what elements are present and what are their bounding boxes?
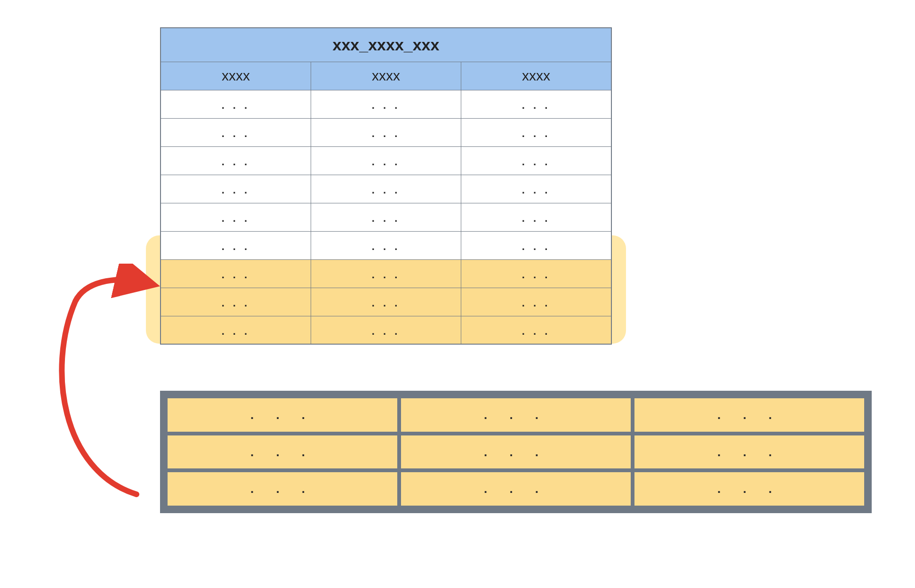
bottom-cell: . . . <box>401 435 631 469</box>
table-cell: . . . <box>161 203 311 231</box>
diagram-canvas: xxx_xxxx_xxx xxxx xxxx xxxx . . . . . . … <box>0 0 915 588</box>
bottom-cell: . . . <box>634 435 864 469</box>
bottom-cell: . . . <box>634 472 864 506</box>
table-body: . . . . . . . . . . . . . . . . . . . . … <box>161 90 611 344</box>
table-row: . . . . . . . . . <box>161 175 611 203</box>
table-cell: . . . <box>311 231 461 259</box>
table-cell: . . . <box>461 90 611 118</box>
bottom-cell: . . . <box>401 472 631 506</box>
table-cell: . . . <box>161 146 311 175</box>
column-header: xxxx <box>311 62 461 90</box>
bottom-row: . . . . . . . . . <box>168 472 864 506</box>
table-cell: . . . <box>161 90 311 118</box>
table-header-row: xxxx xxxx xxxx <box>161 62 611 90</box>
table-row: . . . . . . . . . <box>161 231 611 259</box>
bottom-cell: . . . <box>168 435 397 469</box>
table-row: . . . . . . . . . <box>161 90 611 118</box>
table-cell: . . . <box>161 118 311 146</box>
bottom-row: . . . . . . . . . <box>168 435 864 469</box>
table-cell: . . . <box>461 316 611 344</box>
table-cell: . . . <box>311 118 461 146</box>
table-cell: . . . <box>311 316 461 344</box>
table-cell: . . . <box>311 146 461 175</box>
table-row: . . . . . . . . . <box>161 146 611 175</box>
table-cell: . . . <box>161 316 311 344</box>
table-cell: . . . <box>311 203 461 231</box>
bottom-cell: . . . <box>168 472 397 506</box>
table-cell: . . . <box>461 203 611 231</box>
top-table: xxx_xxxx_xxx xxxx xxxx xxxx . . . . . . … <box>160 27 612 345</box>
table-cell: . . . <box>311 288 461 316</box>
table-row-highlighted: . . . . . . . . . <box>161 288 611 316</box>
table-title-row: xxx_xxxx_xxx <box>161 28 611 62</box>
column-header: xxxx <box>161 62 311 90</box>
bottom-cell: . . . <box>401 398 631 432</box>
table-cell: . . . <box>461 288 611 316</box>
table-title: xxx_xxxx_xxx <box>161 28 611 62</box>
table-cell: . . . <box>461 146 611 175</box>
bottom-cell: . . . <box>168 398 397 432</box>
table-cell: . . . <box>311 90 461 118</box>
table-cell: . . . <box>461 175 611 203</box>
table-row: . . . . . . . . . <box>161 203 611 231</box>
bottom-block: . . . . . . . . . . . . . . . . . . . . … <box>160 391 872 513</box>
table-row-highlighted: . . . . . . . . . <box>161 259 611 288</box>
table-cell: . . . <box>161 231 311 259</box>
table-row-highlighted: . . . . . . . . . <box>161 316 611 344</box>
table-cell: . . . <box>311 175 461 203</box>
bottom-row: . . . . . . . . . <box>168 398 864 432</box>
table-cell: . . . <box>461 259 611 288</box>
table-cell: . . . <box>461 118 611 146</box>
bottom-cell: . . . <box>634 398 864 432</box>
table-cell: . . . <box>311 259 461 288</box>
table-cell: . . . <box>461 231 611 259</box>
column-header: xxxx <box>461 62 611 90</box>
table-row: . . . . . . . . . <box>161 118 611 146</box>
table-cell: . . . <box>161 288 311 316</box>
table-cell: . . . <box>161 259 311 288</box>
table-cell: . . . <box>161 175 311 203</box>
